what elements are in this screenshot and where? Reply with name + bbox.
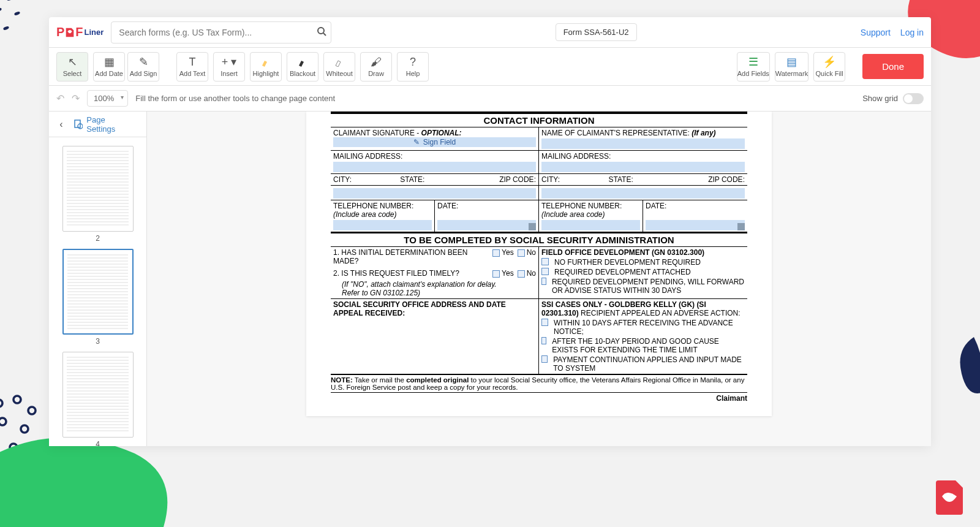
logo-icon [64,27,75,38]
thumb-num-2: 2 [49,234,146,243]
zoom-value: 100% [94,94,114,103]
watermark-icon: ▤ [786,56,797,68]
watermark-tool[interactable]: ▤Watermark [775,52,809,82]
ssi-c-label: PAYMENT CONTINUATION APPLIES AND INPUT M… [553,355,745,373]
help-tool[interactable]: ?Help [397,52,429,82]
watermark-label: Watermark [775,70,808,77]
thumb-num-3: 3 [49,337,146,346]
search-icon[interactable] [317,26,326,39]
tel-label-2: TELEPHONE NUMBER: [541,202,640,210]
draw-tool[interactable]: 🖌Draw [360,52,392,82]
state-label-1: STATE: [400,175,424,184]
toggle-switch[interactable] [903,93,924,104]
search-input[interactable] [111,21,331,44]
done-button[interactable]: Done [862,54,924,79]
office-addr-label: SOCIAL SECURITY OFFICE ADDRESS AND DATE … [333,300,536,317]
svg-point-9 [28,407,36,414]
select-tool[interactable]: ↖Select [56,52,88,82]
date-label-1: DATE: [437,202,536,210]
whiteout-icon [334,56,344,68]
mailing-addr-label-1: MAILING ADDRESS: [333,152,402,161]
ssi-c-checkbox[interactable] [541,355,548,363]
q1-yes-label: Yes [502,248,514,257]
date-label-2: DATE: [646,202,745,210]
document-canvas[interactable]: CONTACT INFORMATION CLAIMANT SIGNATURE -… [147,112,931,446]
login-link[interactable]: Log in [900,28,924,37]
contact-section-title: CONTACT INFORMATION [331,113,747,127]
logo-suffix: Liner [85,28,104,37]
add-text-tool[interactable]: TAdd Text [176,52,208,82]
support-link[interactable]: Support [861,28,891,37]
page-settings-icon [74,119,83,129]
blackout-tool[interactable]: Blackout [287,52,318,82]
svg-point-7 [0,400,2,407]
svg-point-4 [14,11,21,16]
add-sign-tool[interactable]: ✎Add Sign [127,52,159,82]
date-input-1[interactable] [437,220,536,230]
undo-button[interactable]: ↶ [56,93,64,104]
q2-yes-checkbox[interactable] [492,270,500,278]
whiteout-label: Whiteout [326,70,352,77]
blackout-label: Blackout [290,70,315,77]
mailing-addr-input-1[interactable] [333,162,536,172]
add-fields-tool[interactable]: ☰Add Fields [737,52,770,82]
page-thumbnail-3[interactable] [62,249,134,335]
city-state-zip-input-2[interactable] [541,188,745,199]
app-container: PFLiner Form SSA-561-U2 Support Log in ↖… [49,17,931,446]
q1-no-checkbox[interactable] [518,249,525,257]
sign-field-label: Sign Field [423,138,456,146]
ssi-a-label: WITHIN 10 DAYS AFTER RECEIVING THE ADVAN… [554,319,745,336]
fod-b-checkbox[interactable] [541,268,549,275]
form-title-badge: Form SSA-561-U2 [556,23,637,41]
zip-label-2: ZIP CODE: [708,175,745,184]
add-date-tool[interactable]: ▦Add Date [93,52,125,82]
ssi-head: SSI CASES ONLY - GOLDBERG KELLY (GK) (SI… [541,300,745,317]
pdf-corner-icon [931,478,968,515]
page-thumbnail-4[interactable] [62,352,134,438]
quick-fill-tool[interactable]: ⚡Quick Fill [813,52,845,82]
city-state-zip-input-1[interactable] [333,188,536,199]
tel-input-1[interactable] [333,220,432,230]
sign-field[interactable]: ✎Sign Field [333,137,536,147]
page-thumbnail-2[interactable] [62,146,134,232]
search-wrapper [111,21,331,44]
tel-input-2[interactable] [541,220,640,230]
tel-label-1: TELEPHONE NUMBER: [333,202,432,210]
svg-point-14 [318,28,324,34]
mailing-addr-input-2[interactable] [541,162,745,172]
add-fields-label: Add Fields [737,70,769,77]
fod-c-checkbox[interactable] [541,278,546,285]
page-settings-label: Page Settings [86,115,134,134]
subbar-hint: Fill the form or use another tools to ch… [135,94,335,103]
sign-icon: ✎ [413,138,420,146]
date-input-2[interactable] [646,220,745,230]
calendar-icon-2[interactable] [737,223,745,230]
grid-toggle[interactable]: Show grid [862,93,924,104]
state-label-2: STATE: [609,175,633,184]
sidebar-back-button[interactable]: ‹ [49,119,74,130]
whiteout-tool[interactable]: Whiteout [323,52,355,82]
svg-point-8 [13,396,21,403]
redo-button[interactable]: ↷ [72,93,80,104]
fod-a-checkbox[interactable] [541,258,549,265]
q1-no-label: No [527,248,536,257]
q1-yes-checkbox[interactable] [492,249,500,257]
logo-f: F [75,25,83,39]
zoom-select[interactable]: 100% [87,90,128,107]
q2-no-checkbox[interactable] [518,270,525,278]
rep-name-input[interactable] [541,138,745,149]
insert-tool[interactable]: + ▾Insert [213,52,245,82]
ssi-a-checkbox[interactable] [541,319,548,326]
highlight-label: Highlight [253,70,279,77]
q2-no-label: No [527,269,536,278]
highlight-tool[interactable]: Highlight [250,52,282,82]
thumbnail-strip[interactable]: 2 3 4 [49,137,146,446]
calendar-icon-1[interactable] [529,223,536,230]
ssi-b-checkbox[interactable] [541,337,546,344]
fod-b-label: REQUIRED DEVELOPMENT ATTACHED [554,268,691,276]
subbar: ↶ ↷ 100% Fill the form or use another to… [49,86,931,112]
logo[interactable]: PFLiner [56,25,104,39]
sidebar-header: ‹ Page Settings [49,112,146,137]
page-settings-button[interactable]: Page Settings [74,115,146,134]
add-text-label: Add Text [179,70,206,77]
